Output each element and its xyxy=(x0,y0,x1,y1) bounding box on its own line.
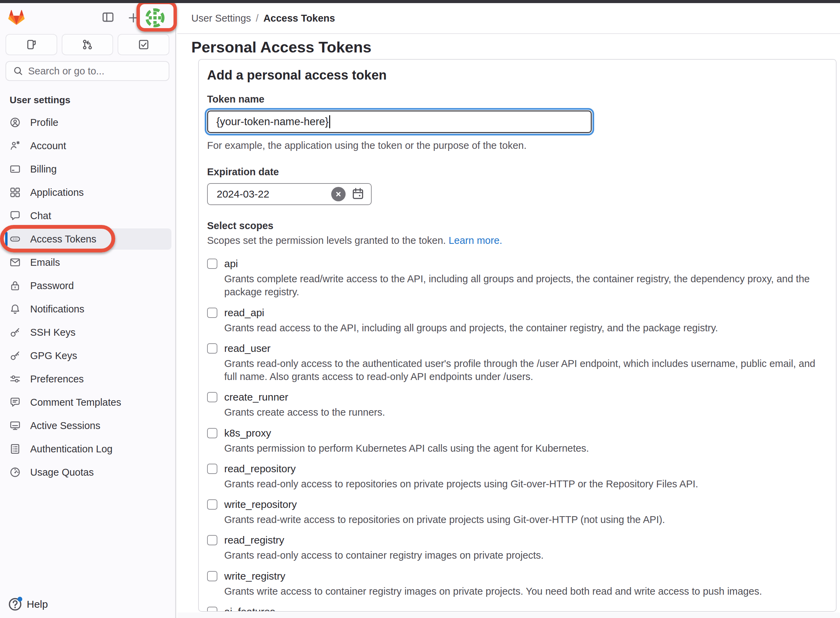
scope-description: Grants read-only access to the authentic… xyxy=(207,357,824,383)
merge-requests-shortcut-button[interactable] xyxy=(62,34,113,55)
scope-item-read_user: read_userGrants read-only access to the … xyxy=(207,343,827,383)
breadcrumb: User Settings / Access Tokens xyxy=(177,3,840,33)
scope-checkbox-read_repository[interactable] xyxy=(207,464,217,474)
scope-checkbox-read_registry[interactable] xyxy=(207,535,217,545)
header-divider xyxy=(177,33,840,34)
sidebar-item-label: Emails xyxy=(30,257,60,268)
profile-icon xyxy=(10,117,21,128)
scope-row: ai_features xyxy=(207,606,827,612)
search-input[interactable]: Search or go to... xyxy=(6,61,169,81)
expiration-date-label: Expiration date xyxy=(207,166,827,178)
issues-shortcut-button[interactable] xyxy=(6,34,57,55)
scope-name: write_repository xyxy=(224,499,297,510)
page-bottom-strip xyxy=(177,612,840,618)
auth-log-icon xyxy=(10,443,21,455)
add-token-panel: Add a personal access token Token name {… xyxy=(198,59,837,612)
scope-name: api xyxy=(224,258,238,270)
scope-checkbox-create_runner[interactable] xyxy=(207,392,217,402)
panel-left-icon xyxy=(101,10,114,24)
scope-row: create_runner xyxy=(207,391,827,403)
page-title: Personal Access Tokens xyxy=(191,39,371,56)
sidebar-item-ssh-keys[interactable]: SSH Keys xyxy=(4,322,171,343)
sidebar-item-label: Password xyxy=(30,280,74,291)
scope-checkbox-k8s_proxy[interactable] xyxy=(207,428,217,438)
gitlab-logo-icon xyxy=(7,9,25,26)
sidebar-toggle-button[interactable] xyxy=(100,9,116,25)
sidebar-item-label: Comment Templates xyxy=(30,397,121,408)
sidebar-item-preferences[interactable]: Preferences xyxy=(4,368,171,389)
clear-date-button[interactable] xyxy=(331,187,346,201)
calendar-icon xyxy=(351,187,365,201)
sidebar-item-active-sessions[interactable]: Active Sessions xyxy=(4,415,171,436)
scope-item-ai_features: ai_featuresGrants access to GitLab Duo r… xyxy=(207,606,827,612)
sidebar-item-password[interactable]: Password xyxy=(4,275,171,296)
scope-item-k8s_proxy: k8s_proxyGrants permission to perform Ku… xyxy=(207,427,827,455)
user-avatar[interactable] xyxy=(145,7,165,28)
scope-row: read_api xyxy=(207,307,827,319)
sidebar-item-access-tokens[interactable]: Access Tokens xyxy=(4,229,171,250)
sidebar-item-label: Authentication Log xyxy=(30,443,113,455)
scope-name: read_repository xyxy=(224,463,295,475)
token-name-value: {your-token-name-here} xyxy=(216,116,328,128)
help-notification-dot xyxy=(18,597,22,602)
expiration-date-value: 2024-03-22 xyxy=(217,188,331,200)
scope-checkbox-api[interactable] xyxy=(207,258,217,269)
sidebar-item-chat[interactable]: Chat xyxy=(4,205,171,226)
sidebar-item-label: Notifications xyxy=(30,303,85,315)
scope-description: Grants permission to perform Kubernetes … xyxy=(207,442,824,455)
sidebar-item-label: Usage Quotas xyxy=(30,467,93,478)
sidebar-item-emails[interactable]: Emails xyxy=(4,252,171,273)
scope-name: create_runner xyxy=(224,391,288,403)
sidebar-header xyxy=(0,3,175,34)
access-tokens-icon xyxy=(10,233,21,245)
scope-checkbox-ai_features[interactable] xyxy=(207,607,217,612)
help-label: Help xyxy=(27,599,48,610)
text-cursor xyxy=(329,115,330,128)
search-icon xyxy=(13,66,23,76)
sidebar-item-usage-quotas[interactable]: Usage Quotas xyxy=(4,462,171,483)
sidebar-item-gpg-keys[interactable]: GPG Keys xyxy=(4,345,171,366)
emails-icon xyxy=(10,257,21,268)
token-name-input[interactable]: {your-token-name-here} xyxy=(207,110,592,133)
learn-more-link[interactable]: Learn more. xyxy=(448,235,502,246)
breadcrumb-user-settings-link[interactable]: User Settings xyxy=(191,13,251,24)
search-placeholder: Search or go to... xyxy=(28,65,104,77)
token-name-help: For example, the application using the t… xyxy=(207,140,827,151)
main-content: User Settings / Access Tokens Personal A… xyxy=(177,3,840,618)
sidebar-item-notifications[interactable]: Notifications xyxy=(4,299,171,319)
window-top-strip xyxy=(0,0,840,3)
sidebar-item-applications[interactable]: Applications xyxy=(4,182,171,203)
scope-row: api xyxy=(207,258,827,270)
sidebar-item-account[interactable]: Account xyxy=(4,135,171,156)
sidebar-item-comment-templates[interactable]: Comment Templates xyxy=(4,392,171,413)
sidebar-item-authentication-log[interactable]: Authentication Log xyxy=(4,438,171,459)
scope-item-write_repository: write_repositoryGrants read-write access… xyxy=(207,499,827,526)
sidebar-item-label: Chat xyxy=(30,210,51,221)
sidebar-shortcut-row xyxy=(6,34,169,55)
scope-item-read_repository: read_repositoryGrants read-only access t… xyxy=(207,463,827,490)
scope-checkbox-write_repository[interactable] xyxy=(207,499,217,510)
sidebar-item-label: GPG Keys xyxy=(30,350,77,361)
scope-name: k8s_proxy xyxy=(224,427,271,439)
sidebar-item-label: Active Sessions xyxy=(30,420,101,431)
create-new-button[interactable] xyxy=(126,10,141,26)
applications-icon xyxy=(10,187,21,198)
scope-name: read_api xyxy=(224,307,264,319)
sidebar-item-billing[interactable]: Billing xyxy=(4,159,171,180)
sidebar-item-profile[interactable]: Profile xyxy=(4,112,171,133)
scope-checkbox-read_user[interactable] xyxy=(207,343,217,354)
comment-templates-icon xyxy=(10,397,21,408)
todo-list-shortcut-button[interactable] xyxy=(117,34,169,55)
sidebar-item-label: Preferences xyxy=(30,373,84,385)
scope-description: Grants read-only access to repositories … xyxy=(207,477,824,490)
scope-row: read_repository xyxy=(207,463,827,475)
calendar-button[interactable] xyxy=(350,187,365,202)
merge-request-icon xyxy=(81,39,93,51)
scope-checkbox-write_registry[interactable] xyxy=(207,571,217,581)
scopes-description: Scopes set the permission levels granted… xyxy=(207,235,827,246)
help-button[interactable]: Help xyxy=(7,597,48,612)
issues-icon xyxy=(25,39,37,51)
sidebar-nav: ProfileAccountBillingApplicationsChatAcc… xyxy=(4,112,171,485)
expiration-date-input[interactable]: 2024-03-22 xyxy=(207,183,372,205)
scope-checkbox-read_api[interactable] xyxy=(207,308,217,318)
